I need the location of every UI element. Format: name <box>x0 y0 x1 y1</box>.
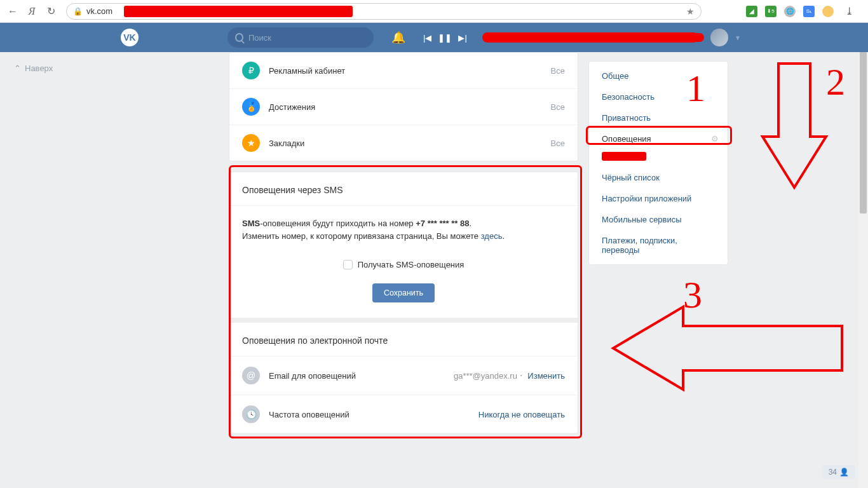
ext-shield-icon[interactable]: ◢ <box>746 6 757 17</box>
email-label: Email для оповещений <box>269 371 356 381</box>
lock-icon: 🔒 <box>73 7 83 16</box>
sms-line1: -оповещения будут приходить на номер <box>260 219 416 228</box>
back-to-top-label: Наверх <box>25 64 53 73</box>
email-row: @ Email для оповещений ga***@yandex.ru ·… <box>229 356 578 395</box>
menu-all-link[interactable]: Все <box>551 102 565 112</box>
star-icon: ★ <box>242 134 260 152</box>
bell-icon[interactable]: 🔔 <box>391 30 405 44</box>
sidebar-item-apps[interactable]: Настройки приложений <box>589 188 728 209</box>
frequency-link[interactable]: Никогда не оповещать <box>478 410 565 419</box>
email-title: Оповещения по электронной почте <box>229 323 578 356</box>
scrollbar-thumb[interactable] <box>860 48 867 214</box>
sidebar-item-label: Оповещения <box>602 134 651 144</box>
sms-line2: Изменить номер, к которому привязана стр… <box>242 231 481 241</box>
music-controls: |◀ ❚❚ ▶| <box>423 32 698 43</box>
pause-icon[interactable]: ❚❚ <box>438 33 452 43</box>
redaction-username <box>679 33 704 42</box>
sms-checkbox-label: Получать SMS-оповещения <box>358 260 465 269</box>
yandex-button[interactable]: Я <box>24 4 39 19</box>
settings-sidebar: Общее Безопасность Приватность Оповещени… <box>588 61 728 265</box>
search-icon <box>235 33 243 42</box>
back-to-top[interactable]: ⌃ Наверх <box>14 64 53 73</box>
frequency-row: 🕓 Частота оповещений Никогда не оповещат… <box>229 395 578 433</box>
ext-egg-icon[interactable] <box>822 6 834 17</box>
section-separator <box>229 318 578 323</box>
menu-achievements[interactable]: 🏅 Достижения Все <box>229 88 578 125</box>
redaction-url <box>124 6 353 17</box>
save-row: Сохранить <box>229 283 578 318</box>
menu-all-link[interactable]: Все <box>551 139 565 148</box>
reload-button[interactable]: ↻ <box>43 4 58 19</box>
profile-menu[interactable]: ▼ <box>679 29 741 46</box>
ext-download-icon[interactable]: ⬇5 <box>765 6 776 17</box>
save-button[interactable]: Сохранить <box>372 283 435 302</box>
main-column: ₽ Рекламный кабинет Все 🏅 Достижения Все… <box>229 52 578 444</box>
sms-phone: +7 *** *** ** 88 <box>416 219 469 228</box>
back-button[interactable]: ← <box>5 4 20 19</box>
vk-header: VK 🔔 |◀ ❚❚ ▶| ▼ <box>0 23 868 52</box>
star-icon[interactable]: ★ <box>686 6 695 17</box>
chevron-up-icon: ⌃ <box>14 64 21 73</box>
annotation-arrow-left <box>610 304 845 393</box>
sms-card: Оповещения через SMS SMS-оповещения буду… <box>229 172 578 434</box>
clock-icon: 🕓 <box>242 405 260 423</box>
avatar <box>710 29 728 46</box>
sms-checkbox-row: Получать SMS-оповещения <box>229 255 578 283</box>
sidebar-item-privacy[interactable]: Приватность <box>589 107 728 128</box>
online-counter[interactable]: 34 👤 <box>822 465 855 479</box>
sms-dot2: . <box>502 231 505 241</box>
extensions-row: ◢ ⬇5 🌐 S₁ ⤓ <box>746 4 863 19</box>
menu-card: ₽ Рекламный кабинет Все 🏅 Достижения Все… <box>229 52 578 161</box>
sidebar-item-blacklist[interactable]: Чёрный список <box>589 167 728 188</box>
email-value: ga***@yandex.ru <box>454 371 517 381</box>
sidebar-item-notifications[interactable]: Оповещения ⚙ <box>589 128 728 149</box>
search-input[interactable] <box>248 33 366 43</box>
download-tray-icon[interactable]: ⤓ <box>841 4 857 19</box>
url-text: vk.com <box>86 6 112 16</box>
sms-dot: . <box>469 219 471 228</box>
change-email-link[interactable]: Изменить <box>527 371 565 381</box>
sidebar-item-payments[interactable]: Платежи, подписки, переводы <box>589 230 728 261</box>
next-track-icon[interactable]: ▶| <box>458 33 466 43</box>
prev-track-icon[interactable]: |◀ <box>423 33 431 43</box>
person-icon: 👤 <box>839 468 849 477</box>
menu-ads[interactable]: ₽ Рекламный кабинет Все <box>229 53 578 88</box>
sidebar-item-general[interactable]: Общее <box>589 65 728 86</box>
redaction-sidebar <box>602 152 646 161</box>
gear-icon[interactable]: ⚙ <box>711 134 719 144</box>
menu-bookmarks[interactable]: ★ Закладки Все <box>229 125 578 161</box>
annotation-3: 3 <box>683 273 702 317</box>
browser-bar: ← Я ↻ 🔒 vk.com ★ ◢ ⬇5 🌐 S₁ ⤓ <box>0 0 868 23</box>
sidebar-item-security[interactable]: Безопасность <box>589 86 728 107</box>
change-number-link[interactable]: здесь <box>481 231 503 241</box>
annotation-2: 2 <box>826 60 845 104</box>
counter-value: 34 <box>829 468 837 477</box>
menu-label: Рекламный кабинет <box>269 66 345 76</box>
frequency-label: Частота оповещений <box>269 410 349 419</box>
ext-s-icon[interactable]: S₁ <box>803 6 815 17</box>
sms-checkbox[interactable]: Получать SMS-оповещения <box>343 260 465 269</box>
checkbox-icon <box>343 260 353 269</box>
ruble-icon: ₽ <box>242 62 260 79</box>
sidebar-item-mobile[interactable]: Мобильные сервисы <box>589 209 728 230</box>
menu-label: Закладки <box>269 139 304 148</box>
annotation-arrow-down <box>759 60 829 194</box>
sms-title: Оповещения через SMS <box>229 172 578 205</box>
address-bar[interactable]: 🔒 vk.com ★ <box>66 3 702 20</box>
at-icon: @ <box>242 367 260 384</box>
sms-description: SMS-оповещения будут приходить на номер … <box>229 205 578 255</box>
chevron-down-icon: ▼ <box>735 34 741 41</box>
trophy-icon: 🏅 <box>242 98 260 116</box>
menu-all-link[interactable]: Все <box>551 66 565 76</box>
scrollbar[interactable] <box>858 23 868 488</box>
ext-globe-icon[interactable]: 🌐 <box>784 6 796 17</box>
redaction-track <box>482 32 698 43</box>
sms-prefix: SMS <box>242 219 260 228</box>
search-box[interactable] <box>227 27 374 48</box>
vk-logo[interactable]: VK <box>121 29 139 46</box>
annotation-1: 1 <box>686 67 705 111</box>
menu-label: Достижения <box>269 102 315 112</box>
